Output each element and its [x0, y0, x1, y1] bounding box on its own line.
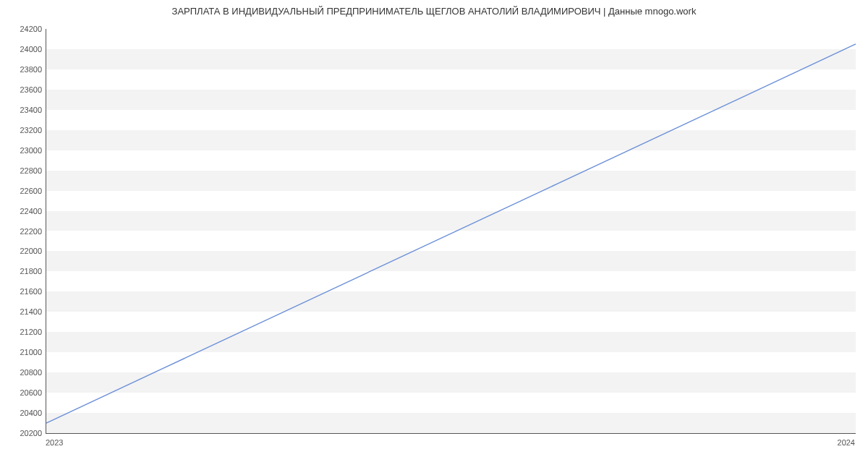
chart-container: ЗАРПЛАТА В ИНДИВИДУАЛЬНЫЙ ПРЕДПРИНИМАТЕЛ… — [0, 0, 868, 470]
series-line — [46, 44, 856, 423]
y-tick-label: 24000 — [6, 45, 42, 54]
y-tick-label: 22200 — [6, 227, 42, 236]
y-tick-label: 20600 — [6, 388, 42, 397]
x-tick-label: 2024 — [838, 438, 855, 447]
y-tick-label: 23200 — [6, 126, 42, 134]
y-tick-label: 21200 — [6, 328, 42, 336]
chart-title: ЗАРПЛАТА В ИНДИВИДУАЛЬНЫЙ ПРЕДПРИНИМАТЕЛ… — [0, 6, 868, 17]
y-tick-label: 20800 — [6, 368, 42, 377]
line-layer — [46, 29, 856, 433]
y-tick-label: 23400 — [6, 106, 42, 114]
y-tick-label: 23600 — [6, 85, 42, 94]
y-tick-label: 23800 — [6, 65, 42, 74]
x-tick-label: 2023 — [46, 438, 63, 447]
y-tick-label: 23000 — [6, 146, 42, 155]
y-tick-label: 21600 — [6, 287, 42, 296]
y-tick-label: 20200 — [6, 429, 42, 437]
y-tick-label: 21800 — [6, 267, 42, 275]
y-tick-label: 20400 — [6, 409, 42, 417]
y-tick-label: 24200 — [6, 25, 42, 33]
y-tick-label: 21000 — [6, 348, 42, 356]
y-tick-label: 22800 — [6, 166, 42, 175]
plot-area — [46, 29, 856, 434]
y-tick-label: 22400 — [6, 207, 42, 215]
y-tick-label: 21400 — [6, 307, 42, 316]
y-tick-label: 22600 — [6, 187, 42, 195]
y-tick-label: 22000 — [6, 247, 42, 255]
